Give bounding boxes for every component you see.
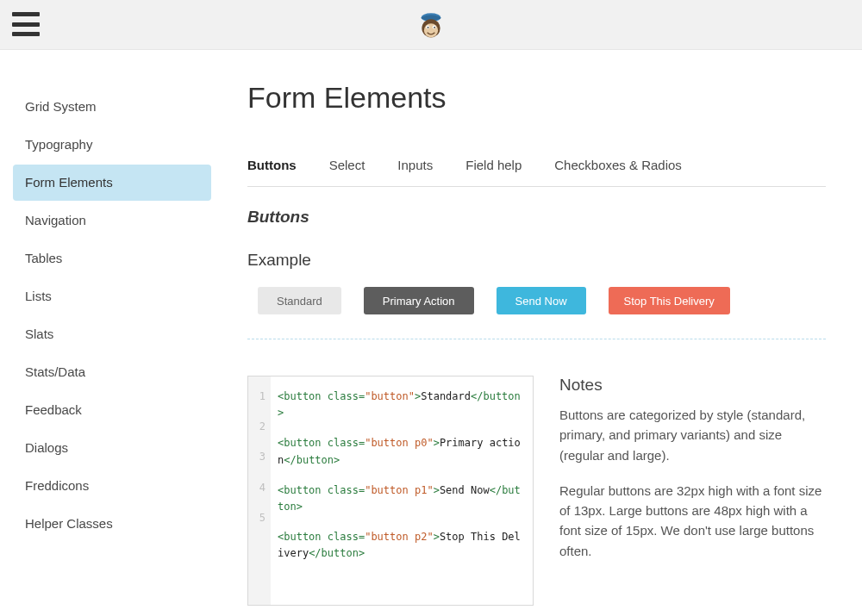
primary-action-button[interactable]: Primary Action [364, 287, 474, 314]
notes-heading: Notes [559, 376, 826, 395]
tab[interactable]: Inputs [397, 158, 433, 172]
standard-button[interactable]: Standard [258, 287, 341, 314]
tab[interactable]: Field help [465, 158, 522, 172]
top-bar [0, 0, 862, 50]
code-line-number: 5 [252, 503, 265, 533]
sidebar-item[interactable]: Stats/Data [13, 354, 211, 390]
sidebar-item[interactable]: Tables [13, 240, 211, 277]
svg-point-5 [428, 26, 429, 28]
code-line-number: 1 [252, 382, 265, 412]
code-line: <button class="button p2">Stop This Deli… [278, 522, 526, 569]
code-line: <button class="button p0">Primary action… [278, 428, 526, 475]
sidebar-item[interactable]: Freddicons [13, 468, 211, 504]
main-content: Form Elements ButtonsSelectInputsField h… [211, 76, 862, 616]
sidebar-item[interactable]: Lists [13, 278, 211, 314]
code-line: <button class="button p1">Send Now</butt… [278, 476, 526, 522]
code-line-number: 2 [252, 412, 265, 442]
button-examples: Standard Primary Action Send Now Stop Th… [247, 287, 826, 339]
tab[interactable]: Buttons [247, 158, 297, 172]
sidebar-item[interactable]: Typography [13, 127, 211, 163]
menu-icon[interactable] [12, 12, 40, 36]
section-title: Buttons [247, 208, 826, 227]
sidebar-item[interactable]: Grid System [13, 89, 211, 125]
code-line: <button class="button">Standard</button> [278, 382, 526, 428]
svg-point-6 [434, 26, 435, 28]
brand-logo [414, 8, 448, 42]
tab[interactable]: Checkboxes & Radios [554, 158, 682, 172]
tab[interactable]: Select [329, 158, 365, 172]
sidebar-item[interactable]: Navigation [13, 202, 211, 239]
stop-delivery-button[interactable]: Stop This Delivery [609, 287, 730, 314]
code-line-number: 3 [252, 442, 265, 472]
notes-paragraph: Buttons are categorized by style (standa… [559, 405, 826, 465]
notes-paragraph: Regular buttons are 32px high with a fon… [559, 481, 826, 561]
sidebar: Grid SystemTypographyForm ElementsNaviga… [0, 76, 211, 616]
page-title: Form Elements [247, 81, 826, 115]
sidebar-item[interactable]: Form Elements [13, 165, 211, 201]
tabs: ButtonsSelectInputsField helpCheckboxes … [247, 158, 826, 187]
example-label: Example [247, 251, 826, 270]
code-example: 12345 <button class="button">Standard</b… [247, 376, 534, 606]
sidebar-item[interactable]: Slats [13, 316, 211, 352]
notes: Notes Buttons are categorized by style (… [559, 376, 826, 606]
send-now-button[interactable]: Send Now [497, 287, 586, 314]
code-line [278, 569, 526, 600]
code-line-number: 4 [252, 473, 265, 503]
sidebar-item[interactable]: Helper Classes [13, 506, 211, 542]
sidebar-item[interactable]: Dialogs [13, 430, 211, 466]
sidebar-item[interactable]: Feedback [13, 392, 211, 428]
